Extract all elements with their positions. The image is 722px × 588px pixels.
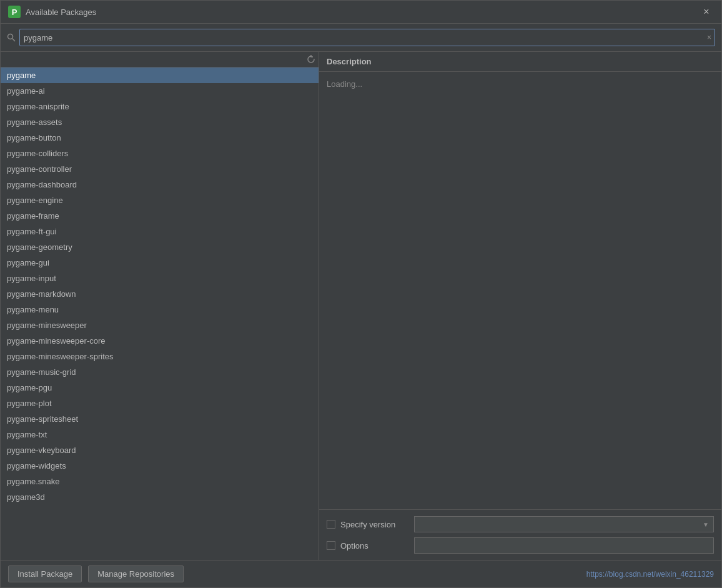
list-item[interactable]: pygame.snake: [1, 474, 319, 489]
list-item[interactable]: pygame-vkeyboard: [1, 442, 319, 458]
list-item[interactable]: pygame-ft-gui: [1, 224, 319, 239]
specify-version-dropdown[interactable]: [414, 516, 714, 532]
list-item[interactable]: pygame-pgu: [1, 380, 319, 396]
list-refresh-row: [1, 52, 319, 67]
list-item[interactable]: pygame-dashboard: [1, 177, 319, 192]
search-input[interactable]: [19, 29, 715, 46]
content-area: pygamepygame-aipygame-anispritepygame-as…: [1, 52, 721, 560]
list-item[interactable]: pygame-widgets: [1, 458, 319, 474]
footer-link[interactable]: https://blog.csdn.net/weixin_46211329: [586, 570, 714, 579]
right-panel: Description Loading... Specify version ▼: [319, 52, 721, 560]
search-icon: [7, 33, 16, 42]
list-item[interactable]: pygame-button: [1, 130, 319, 146]
description-header: Description: [319, 52, 721, 72]
list-item[interactable]: pygame-music-grid: [1, 364, 319, 380]
options-text-input[interactable]: [414, 537, 714, 554]
list-item[interactable]: pygame-minesweeper-sprites: [1, 349, 319, 364]
description-content: Loading...: [319, 72, 721, 509]
refresh-icon[interactable]: [304, 52, 319, 67]
svg-line-3: [12, 39, 15, 41]
manage-repositories-button[interactable]: Manage Repositories: [88, 566, 184, 582]
list-item[interactable]: pygame-txt: [1, 427, 319, 442]
options-checkbox[interactable]: [327, 541, 335, 550]
specify-version-row: Specify version ▼: [327, 516, 714, 532]
list-item[interactable]: pygame-markdown: [1, 286, 319, 302]
list-item[interactable]: pygame-anisprite: [1, 99, 319, 114]
title-bar: P Available Packages ×: [1, 1, 721, 24]
options-row: Options: [327, 537, 714, 554]
loading-text: Loading...: [327, 79, 362, 89]
search-bar: ×: [1, 24, 721, 52]
list-item[interactable]: pygame-minesweeper-core: [1, 333, 319, 349]
list-item[interactable]: pygame-engine: [1, 192, 319, 208]
list-item[interactable]: pygame-minesweeper: [1, 317, 319, 333]
window-title: Available Packages: [26, 7, 96, 17]
list-item[interactable]: pygame-input: [1, 271, 319, 286]
title-bar-left: P Available Packages: [8, 6, 96, 18]
list-item[interactable]: pygame-assets: [1, 114, 319, 130]
list-item[interactable]: pygame-colliders: [1, 146, 319, 161]
list-item[interactable]: pygame-plot: [1, 396, 319, 411]
app-icon: P: [8, 6, 21, 18]
svg-point-2: [8, 34, 13, 39]
list-item[interactable]: pygame-geometry: [1, 239, 319, 255]
footer: Install Package Manage Repositories http…: [1, 560, 721, 587]
specify-version-label: Specify version: [340, 520, 409, 529]
specify-version-dropdown-wrapper: ▼: [414, 516, 714, 532]
list-item[interactable]: pygame-gui: [1, 255, 319, 271]
list-item[interactable]: pygame: [1, 67, 319, 83]
list-item[interactable]: pygame-frame: [1, 208, 319, 224]
svg-text:P: P: [12, 7, 17, 17]
left-panel: pygamepygame-aipygame-anispritepygame-as…: [1, 52, 319, 560]
install-package-button[interactable]: Install Package: [8, 566, 82, 582]
search-clear-icon[interactable]: ×: [707, 34, 711, 41]
footer-left: Install Package Manage Repositories: [8, 566, 184, 582]
specify-version-checkbox[interactable]: [327, 520, 335, 529]
options-label: Options: [340, 541, 409, 551]
list-item[interactable]: pygame-controller: [1, 161, 319, 177]
list-item[interactable]: pygame3d: [1, 489, 319, 505]
package-list: pygamepygame-aipygame-anispritepygame-as…: [1, 67, 319, 560]
close-button[interactable]: ×: [699, 4, 714, 19]
list-item[interactable]: pygame-spritesheet: [1, 411, 319, 427]
list-item[interactable]: pygame-ai: [1, 83, 319, 99]
search-wrapper: ×: [19, 29, 715, 46]
list-item[interactable]: pygame-menu: [1, 302, 319, 317]
available-packages-dialog: P Available Packages × ×: [0, 0, 722, 588]
options-area: Specify version ▼ Options: [319, 509, 721, 560]
